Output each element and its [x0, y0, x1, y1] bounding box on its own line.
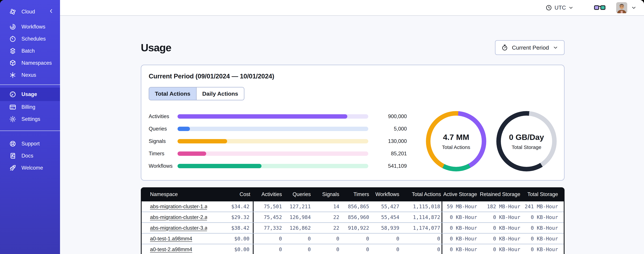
cell-workflows: 55,427 — [370, 204, 400, 210]
donut-charts: 4.7 MM Total Actions 0 GB/Day Total Stor… — [426, 111, 557, 172]
bar-row-timers: Timers 85,201 — [149, 150, 407, 157]
col-header-queries: Queries — [283, 191, 312, 197]
cell-activities: 0 — [254, 246, 283, 252]
user-avatar[interactable] — [616, 2, 627, 13]
stopwatch-icon — [501, 44, 508, 51]
cell-total-storage: 0 KB-Hour — [523, 214, 564, 220]
bar-row-workflows: Workflows 541,109 — [149, 163, 407, 169]
main-area: UTC — [60, 0, 644, 254]
total-storage-donut: 0 GB/Day Total Storage — [496, 111, 557, 172]
timezone-label: UTC — [554, 4, 566, 11]
sidebar-item-billing[interactable]: Billing — [0, 101, 60, 113]
cell-activities: 0 — [254, 236, 283, 242]
topbar: UTC — [60, 0, 644, 16]
table-row: abs-migration-cluster-3.a98mm4 $38.42 77… — [142, 223, 564, 234]
period-selector-button[interactable]: Current Period — [495, 40, 564, 55]
cube-icon — [9, 59, 16, 67]
sidebar-item-support[interactable]: Support — [0, 138, 60, 150]
cell-active-storage: 0 KB-Hour — [442, 246, 479, 252]
glasses-icon — [594, 4, 606, 12]
cell-queries: 126,984 — [283, 214, 312, 220]
sidebar-item-docs[interactable]: Docs — [0, 150, 60, 162]
bar-value: 541,109 — [368, 163, 407, 169]
app-window: Cloud Workflows Schedules — [0, 0, 644, 254]
cell-active-storage: 0 KB-Hour — [442, 214, 479, 220]
sidebar-footer-nav: Support Docs Welcome — [0, 138, 60, 174]
sidebar-item-label: Support — [22, 141, 40, 147]
timezone-selector[interactable]: UTC — [546, 4, 574, 11]
card-title: Current Period (09/01/2024 — 10/01/2024) — [149, 72, 557, 80]
bar-label: Timers — [149, 150, 178, 157]
sidebar-divider — [0, 130, 60, 131]
table-row: a0-test-2.a98mm4 $0.00 0 0 0 0 0 0 0 KB-… — [142, 244, 564, 254]
usage-charts: Activities 900,000 Queries 5,000 Signals — [149, 111, 557, 172]
sidebar-item-workflows[interactable]: Workflows — [0, 21, 60, 33]
user-menu-button[interactable] — [631, 5, 636, 10]
cell-signals: 14 — [312, 204, 340, 210]
page-header: Usage Current Period — [141, 40, 564, 55]
sidebar-item-label: Welcome — [22, 165, 43, 171]
namespace-link[interactable]: abs-migration-cluster-2.a98mm4 — [150, 214, 207, 220]
bar-label: Queries — [149, 126, 178, 132]
col-header-workflows: Workflows — [370, 191, 400, 197]
namespace-link[interactable]: a0-test-1.a98mm4 — [150, 236, 192, 242]
chevron-down-icon — [631, 5, 636, 10]
cell-total-actions: 1,174,077 — [400, 223, 442, 233]
cell-timers: 856,865 — [340, 204, 370, 210]
total-actions-donut: 4.7 MM Total Actions — [426, 111, 486, 172]
cell-workflows: 58,939 — [370, 225, 400, 231]
sidebar-item-label: Usage — [22, 91, 37, 97]
col-header-signals: Signals — [312, 191, 340, 197]
sidebar-item-label: Settings — [22, 116, 40, 122]
cell-queries: 126,862 — [283, 225, 312, 231]
signals-bar — [178, 139, 368, 144]
cell-queries: 127,211 — [283, 204, 312, 210]
cell-total-actions: 1,114,872 — [400, 212, 442, 222]
cell-retained-storage: 182 MB-Hour — [479, 204, 523, 210]
brand-cloud[interactable]: Cloud — [0, 5, 60, 18]
timers-bar — [178, 152, 368, 156]
sidebar-item-welcome[interactable]: Welcome — [0, 162, 60, 174]
cell-retained-storage: 0 KB-Hour — [479, 214, 523, 220]
queries-bar — [178, 127, 368, 131]
feedback-glasses-button[interactable] — [594, 4, 606, 12]
chevron-down-icon — [553, 45, 558, 50]
bar-row-signals: Signals 130,000 — [149, 138, 407, 144]
cell-signals: 22 — [312, 214, 340, 220]
sidebar-item-schedules[interactable]: Schedules — [0, 33, 60, 45]
table-row: a0-test-1.a98mm4 $0.00 0 0 0 0 0 0 0 KB-… — [142, 234, 564, 244]
tab-total-actions[interactable]: Total Actions — [149, 88, 196, 100]
cell-timers: 910,922 — [340, 225, 370, 231]
sidebar-item-nexus[interactable]: Nexus — [0, 69, 60, 81]
sidebar-item-batch[interactable]: Batch — [0, 45, 60, 57]
bar-label: Workflows — [149, 163, 178, 169]
table-row: abs-migration-cluster-2.a98mm4 $29.32 75… — [142, 212, 564, 223]
table-row: abs-migration-cluster-1.a98mm4 $34.42 75… — [142, 202, 564, 212]
user-avatar-image — [616, 2, 627, 13]
sidebar-item-settings[interactable]: Settings — [0, 113, 60, 125]
cell-active-storage: 59 MB-Hour — [442, 204, 479, 210]
tab-daily-actions[interactable]: Daily Actions — [196, 88, 244, 100]
table-header-row: Namespace Cost Activities Queries Signal… — [141, 187, 564, 202]
cell-timers: 0 — [340, 246, 370, 252]
namespace-link[interactable]: abs-migration-cluster-3.a98mm4 — [150, 225, 207, 231]
chevron-down-icon — [568, 5, 574, 10]
gear-icon — [9, 116, 16, 123]
sidebar-collapse-button[interactable] — [48, 8, 54, 16]
page-content: Usage Current Period Current Period (09/… — [60, 16, 644, 254]
cell-total-storage: 241 MB-Hour — [523, 204, 564, 210]
cell-workflows: 0 — [370, 246, 400, 252]
cell-cost: $34.42 — [207, 202, 254, 212]
total-storage-value: 0 GB/Day — [509, 132, 544, 142]
sidebar-divider — [0, 84, 60, 85]
sidebar-item-usage[interactable]: Usage — [0, 88, 60, 101]
namespace-link[interactable]: a0-test-2.a98mm4 — [150, 246, 192, 252]
total-actions-value: 4.7 MM — [443, 132, 469, 142]
sidebar-item-namespaces[interactable]: Namespaces — [0, 57, 60, 69]
cell-cost: $0.00 — [207, 234, 254, 244]
sidebar-item-label: Workflows — [22, 24, 45, 30]
cell-total-actions: 1,115,018 — [400, 202, 442, 212]
namespace-link[interactable]: abs-migration-cluster-1.a98mm4 — [150, 204, 207, 210]
col-header-retained-storage: Retained Storage — [479, 191, 523, 197]
col-header-timers: Timers — [340, 191, 370, 197]
